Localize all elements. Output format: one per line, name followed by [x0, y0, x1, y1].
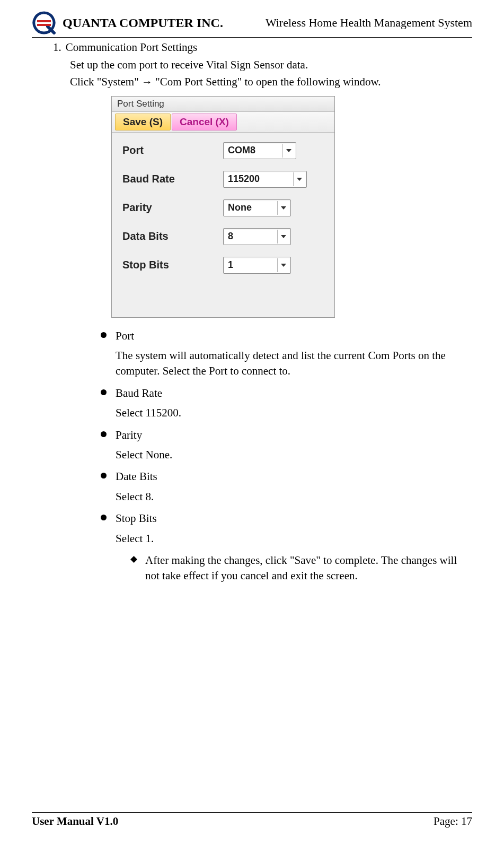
- baud-label: Baud Rate: [122, 173, 223, 185]
- stopbits-value: 1: [228, 259, 233, 271]
- stopbits-combo[interactable]: 1: [223, 257, 291, 274]
- bullet-stopbits-body: Select 1.: [116, 531, 472, 546]
- doc-title: Wireless Home Health Management System: [266, 16, 472, 30]
- baud-value: 115200: [228, 173, 260, 185]
- parity-value: None: [228, 202, 252, 213]
- section-title: Communication Port Settings: [66, 41, 198, 54]
- bullet-stopbits: Stop Bits Select 1. After making the cha…: [101, 511, 472, 584]
- bullet-databits: Date Bits Select 8.: [101, 469, 472, 504]
- section-line1: Set up the com port to receive Vital Sig…: [53, 57, 472, 72]
- footer-left: User Manual V1.0: [32, 815, 118, 828]
- databits-combo[interactable]: 8: [223, 228, 291, 245]
- cancel-button[interactable]: Cancel (X): [172, 114, 237, 130]
- bullet-databits-title: Date Bits: [116, 470, 157, 483]
- port-setting-dialog: Port Setting Save (S) Cancel (X) Port CO…: [111, 96, 335, 318]
- bullet-stopbits-title: Stop Bits: [116, 512, 157, 525]
- bullet-baud-title: Baud Rate: [116, 387, 162, 399]
- page-footer: User Manual V1.0 Page: 17: [32, 807, 472, 829]
- page-header: QUANTA COMPUTER INC. Wireless Home Healt…: [32, 11, 472, 35]
- chevron-down-icon: [277, 230, 289, 243]
- save-button[interactable]: Save (S): [115, 114, 171, 130]
- baud-combo[interactable]: 115200: [223, 171, 307, 188]
- parity-label: Parity: [122, 202, 223, 214]
- svg-rect-0: [37, 20, 51, 22]
- port-combo[interactable]: COM8: [223, 142, 296, 159]
- bullet-baud: Baud Rate Select 115200.: [101, 386, 472, 421]
- bullet-port-body: The system will automatically detect and…: [116, 348, 472, 379]
- chevron-down-icon: [282, 144, 295, 158]
- footer-divider: [32, 812, 472, 813]
- bullet-parity: Parity Select None.: [101, 428, 472, 463]
- section-line2: Click "System" → "Com Port Setting" to o…: [53, 74, 472, 89]
- bullet-parity-body: Select None.: [116, 447, 472, 463]
- dialog-toolbar: Save (S) Cancel (X): [112, 112, 334, 133]
- footer-right: Page: 17: [434, 815, 472, 828]
- company-name: QUANTA COMPUTER INC.: [63, 16, 223, 30]
- bullet-port-title: Port: [116, 329, 134, 342]
- port-value: COM8: [228, 145, 255, 156]
- bullet-note: After making the changes, click "Save" t…: [130, 553, 472, 584]
- section-number: 1.: [53, 41, 61, 54]
- chevron-down-icon: [277, 201, 289, 215]
- bullet-databits-body: Select 8.: [116, 489, 472, 504]
- svg-rect-1: [37, 24, 51, 26]
- bullet-parity-title: Parity: [116, 429, 142, 441]
- port-label: Port: [122, 144, 223, 156]
- bullet-baud-body: Select 115200.: [116, 405, 472, 421]
- stopbits-label: Stop Bits: [122, 259, 223, 271]
- databits-label: Data Bits: [122, 230, 223, 242]
- company-logo: [32, 11, 56, 35]
- dialog-title: Port Setting: [112, 97, 334, 112]
- chevron-down-icon: [293, 172, 305, 186]
- parity-combo[interactable]: None: [223, 199, 291, 216]
- header-divider: [32, 37, 472, 38]
- databits-value: 8: [228, 231, 233, 242]
- chevron-down-icon: [277, 258, 289, 272]
- bullet-port: Port The system will automatically detec…: [101, 328, 472, 379]
